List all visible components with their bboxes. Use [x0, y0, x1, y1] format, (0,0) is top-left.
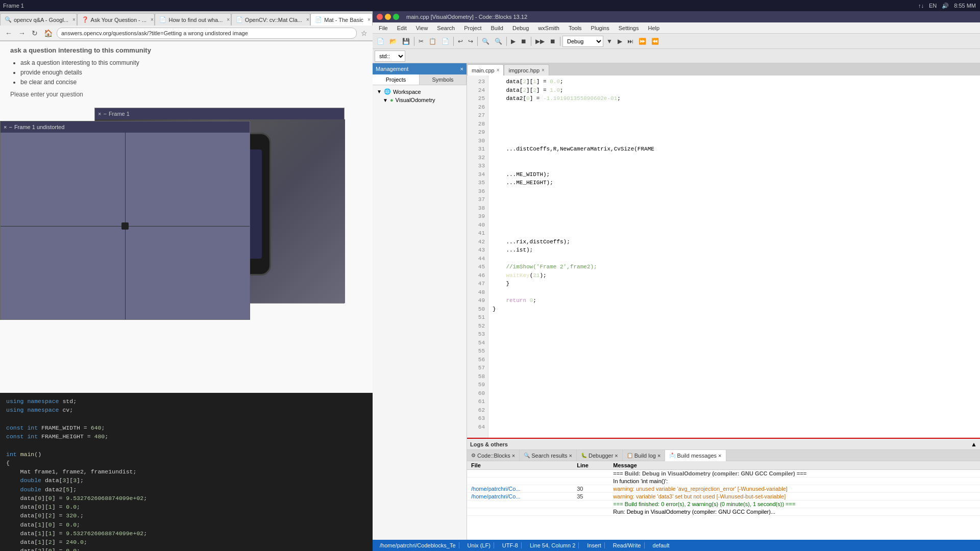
frame1-close[interactable]: × — [98, 111, 101, 117]
toolbar-stop[interactable]: ⏹ — [519, 36, 529, 47]
tab-close-2[interactable]: × — [227, 17, 230, 22]
tab-close-1[interactable]: × — [151, 17, 154, 22]
toolbar-new[interactable]: 📄 — [375, 36, 386, 47]
log-row-2: /home/patrchri/Co... 30 warning: unused … — [467, 485, 980, 493]
log-row-4: === Build finished: 0 error(s), 2 warnin… — [467, 500, 980, 508]
toolbar-paste[interactable]: 📄 — [439, 36, 451, 47]
line-23: 23 — [467, 78, 485, 86]
editor-line-23: data[2][1] = 0.0; — [493, 78, 976, 86]
toolbar-save[interactable]: 💾 — [400, 36, 412, 47]
toolbar-replace[interactable]: 🔍 — [493, 36, 504, 47]
browser-tab-0[interactable]: 🔍 opencv q&A - Googl... × — [0, 13, 77, 26]
std-select[interactable]: std:: — [375, 51, 405, 62]
logs-tab-debugger[interactable]: 🐛 Debugger × — [577, 450, 623, 461]
toolbar-run2[interactable]: ▶ — [616, 36, 624, 47]
menu-debug[interactable]: Debug — [508, 24, 533, 32]
editor-tab-imgproc-close[interactable]: × — [542, 67, 545, 73]
frame1-min[interactable]: − — [103, 111, 106, 117]
url-bar[interactable] — [57, 28, 357, 39]
line-59: 59 — [467, 381, 485, 389]
menu-plugins[interactable]: Plugins — [587, 24, 614, 32]
toolbar-undo[interactable]: ↩ — [456, 36, 465, 47]
line-25: 25 — [467, 94, 485, 103]
tree-item-workspace[interactable]: ▼ 🌐 Workspace — [375, 87, 464, 96]
logs-tab-close-1[interactable]: × — [569, 453, 572, 459]
home-button[interactable]: 🏠 — [42, 28, 55, 38]
logs-tab-close-4[interactable]: × — [718, 453, 721, 459]
logs-tab-codeblocks[interactable]: ⚙ Code::Blocks × — [467, 450, 520, 461]
browser-tab-1[interactable]: ❓ Ask Your Question - ... × — [77, 13, 155, 26]
search-results-icon: 🔍 — [524, 453, 530, 458]
logs-tab-search[interactable]: 🔍 Search results × — [520, 450, 577, 461]
toolbar-find[interactable]: 🔍 — [480, 36, 492, 47]
log-msg-3: warning: variable 'data3' set but not us… — [609, 493, 980, 500]
buildlog-icon: 📋 — [627, 453, 633, 458]
undist-title: Frame 1 undistorted — [14, 124, 64, 130]
management-tab-symbols[interactable]: Symbols — [420, 74, 467, 85]
menu-project[interactable]: Project — [460, 24, 485, 32]
menu-help[interactable]: Help — [644, 24, 664, 32]
toolbar-run[interactable]: ▶ — [509, 36, 518, 47]
workspace-icon-globe: 🌐 — [384, 88, 391, 95]
management-tab-projects[interactable]: Projects — [373, 74, 420, 85]
logs-tab-close-3[interactable]: × — [657, 453, 660, 459]
editor-line-34: ...ME_WIDTH); — [493, 170, 976, 179]
tab-close-3[interactable]: × — [306, 17, 309, 22]
tab-label-4: Mat - The Basic — [324, 17, 363, 23]
toolbar-stepout[interactable]: ⏪ — [649, 36, 661, 47]
tab-close-4[interactable]: × — [368, 17, 371, 22]
line-46: 46 — [467, 271, 485, 280]
logs-tab-buildmessages[interactable]: 📩 Build messages × — [665, 450, 726, 461]
toolbar-debug-run[interactable]: ▶▶ — [533, 36, 547, 47]
toolbar-step[interactable]: ⏩ — [636, 36, 648, 47]
back-button[interactable]: ← — [3, 28, 14, 38]
tree-item-visualodometry[interactable]: ▼ ● VisualOdometry — [375, 96, 464, 104]
ide-max-button[interactable] — [393, 14, 399, 20]
editor-tab-imgproc[interactable]: imgproc.hpp × — [504, 64, 549, 76]
browser-page: ask a question interesting to this commu… — [0, 41, 373, 103]
line-33: 33 — [467, 162, 485, 170]
toolbar-redo[interactable]: ↪ — [466, 36, 475, 47]
bookmark-button[interactable]: ☆ — [359, 28, 370, 38]
undist-close[interactable]: × — [4, 124, 7, 130]
browser-tab-2[interactable]: 📄 How to find out wha... × — [155, 13, 231, 26]
editor-line-58: } — [493, 280, 976, 288]
logs-tab-buildlog[interactable]: 📋 Build log × — [623, 450, 666, 461]
toolbar-open[interactable]: 📂 — [387, 36, 399, 47]
toolbar-more[interactable]: ▼ — [604, 36, 615, 47]
menu-wxsmith[interactable]: wxSmith — [534, 24, 564, 32]
line-60: 60 — [467, 389, 485, 398]
browser-tab-3[interactable]: 📄 OpenCV: cv::Mat Cla... × — [231, 13, 310, 26]
line-61: 61 — [467, 397, 485, 406]
ide-close-button[interactable] — [377, 14, 383, 20]
editor-tab-main[interactable]: main.cpp × — [467, 64, 504, 76]
toolbar-cut[interactable]: ✂ — [416, 36, 426, 47]
menu-edit[interactable]: Edit — [393, 24, 411, 32]
code-editor[interactable]: data[2][1] = 0.0; data[2][2] = 1.0; data… — [488, 76, 980, 438]
debug-select[interactable]: Debug — [562, 36, 603, 47]
taskbar-volume: 🔊 — [942, 3, 949, 9]
toolbar-copy[interactable]: 📋 — [427, 36, 438, 47]
undist-min[interactable]: − — [9, 124, 12, 130]
menu-search[interactable]: Search — [433, 24, 459, 32]
browser-tab-4[interactable]: 📄 Mat - The Basic × — [310, 13, 373, 26]
logs-tab-close-2[interactable]: × — [615, 453, 618, 459]
tab-close-0[interactable]: × — [72, 17, 76, 22]
logs-expand[interactable]: ▲ — [971, 441, 977, 448]
menu-build[interactable]: Build — [486, 24, 507, 32]
menu-tools[interactable]: Tools — [565, 24, 586, 32]
menu-view[interactable]: View — [412, 24, 432, 32]
code-line-2: using namespace cv; — [6, 406, 366, 414]
toolbar-next[interactable]: ⏭ — [625, 36, 635, 47]
menu-settings[interactable]: Settings — [615, 24, 643, 32]
management-close[interactable]: × — [460, 66, 463, 72]
menu-file[interactable]: File — [375, 24, 392, 32]
tab-label: opencv q&A - Googl... — [14, 17, 68, 23]
logs-tab-close-0[interactable]: × — [512, 453, 515, 459]
editor-tab-main-close[interactable]: × — [497, 67, 500, 73]
editor-line-37 — [493, 195, 976, 204]
toolbar-debug-stop[interactable]: ⏹ — [548, 36, 558, 47]
refresh-button[interactable]: ↻ — [30, 28, 40, 38]
ide-min-button[interactable] — [385, 14, 391, 20]
forward-button[interactable]: → — [16, 28, 28, 38]
